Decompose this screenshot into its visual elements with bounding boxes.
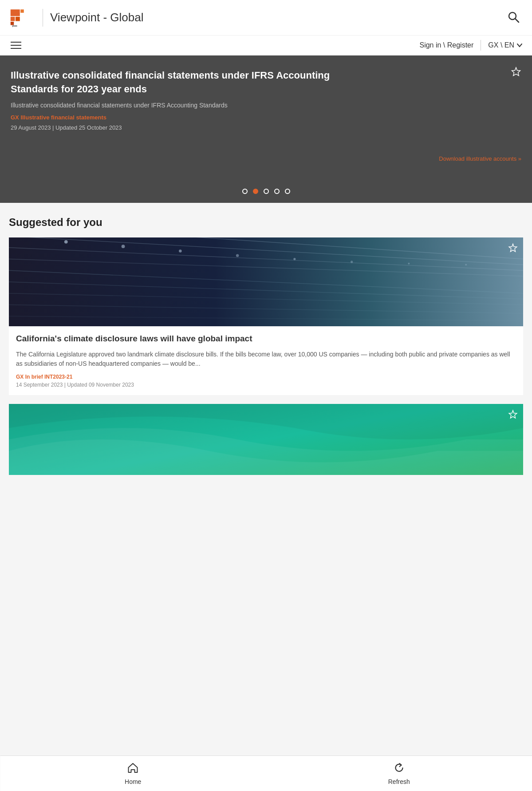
article-card-2-image — [9, 404, 523, 475]
bottom-nav: Home Refresh — [0, 755, 532, 791]
header-left: pwc Viewpoint - Global — [9, 7, 144, 29]
svg-line-8 — [515, 19, 519, 22]
suggested-section-title: Suggested for you — [9, 216, 523, 229]
hero-title: Illustrative consolidated financial stat… — [11, 69, 357, 96]
article-card-1-image — [9, 237, 523, 326]
carousel-dot-3[interactable] — [264, 189, 269, 194]
article-card-2-bookmark[interactable] — [508, 409, 518, 422]
hero-subtitle: Illustrative consolidated financial stat… — [11, 102, 357, 109]
article-card-1-date: 14 September 2023 | Updated 09 November … — [16, 382, 516, 388]
site-title: Viewpoint - Global — [50, 11, 144, 24]
article-card-1-description: The California Legislature approved two … — [16, 350, 516, 368]
pwc-logo[interactable]: pwc — [9, 7, 35, 29]
refresh-nav-button[interactable]: Refresh — [266, 756, 532, 791]
header-divider — [43, 9, 43, 27]
hamburger-line-3 — [11, 48, 21, 49]
article-card-1-title: California's climate disclosure laws wil… — [16, 333, 516, 344]
svg-point-16 — [179, 249, 181, 252]
svg-text:pwc: pwc — [12, 24, 18, 27]
hero-tag[interactable]: GX Illustrative financial statements — [11, 114, 521, 121]
svg-rect-1 — [11, 9, 20, 16]
hero-bookmark-button[interactable] — [511, 66, 521, 80]
refresh-label: Refresh — [388, 778, 410, 785]
hamburger-menu[interactable] — [9, 40, 23, 51]
star-outline-icon-2 — [508, 409, 518, 421]
svg-point-17 — [236, 254, 239, 257]
nav-divider — [481, 40, 481, 51]
svg-point-15 — [122, 245, 125, 248]
hamburger-line-1 — [11, 42, 21, 43]
navbar: Sign in \ Register GX \ EN — [0, 36, 532, 55]
star-icon — [511, 66, 521, 79]
article-card-1[interactable]: California's climate disclosure laws wil… — [9, 237, 523, 395]
star-outline-icon — [508, 243, 518, 254]
svg-point-19 — [351, 261, 353, 263]
svg-rect-3 — [16, 16, 20, 21]
main-content: Suggested for you — [0, 203, 532, 497]
hamburger-line-2 — [11, 45, 21, 46]
article-card-2[interactable] — [9, 404, 523, 475]
article-card-1-body: California's climate disclosure laws wil… — [9, 326, 523, 395]
carousel-dot-1[interactable] — [242, 189, 248, 194]
carousel-dot-5[interactable] — [285, 189, 290, 194]
chevron-down-icon — [516, 42, 523, 49]
carousel-dot-2[interactable] — [253, 189, 258, 194]
hero-date: 29 August 2023 | Updated 25 October 2023 — [11, 124, 122, 131]
search-button[interactable] — [504, 7, 523, 28]
article-card-1-tag: GX In brief INT2023-21 — [16, 374, 516, 380]
hero-banner: Illustrative consolidated financial stat… — [0, 55, 532, 180]
carousel-dots — [0, 180, 532, 203]
svg-point-18 — [293, 258, 296, 260]
svg-rect-2 — [11, 16, 15, 21]
carousel-dot-4[interactable] — [274, 189, 280, 194]
svg-point-14 — [64, 240, 68, 244]
hero-dates-row: 29 August 2023 | Updated 25 October 2023… — [11, 124, 521, 131]
article-card-1-bookmark[interactable] — [508, 243, 518, 256]
home-label: Home — [125, 778, 141, 785]
language-selector[interactable]: GX \ EN — [488, 41, 523, 49]
svg-point-21 — [465, 264, 467, 265]
hero-download-link[interactable]: Download illustrative accounts » — [439, 155, 521, 162]
nav-right: Sign in \ Register GX \ EN — [419, 40, 523, 51]
home-icon — [127, 762, 139, 776]
home-nav-button[interactable]: Home — [0, 756, 266, 791]
refresh-icon — [393, 762, 405, 776]
language-label: GX \ EN — [488, 41, 514, 49]
site-header: pwc Viewpoint - Global — [0, 0, 532, 36]
svg-rect-4 — [20, 9, 24, 13]
sign-in-link[interactable]: Sign in \ Register — [419, 41, 473, 49]
svg-point-20 — [408, 263, 410, 265]
